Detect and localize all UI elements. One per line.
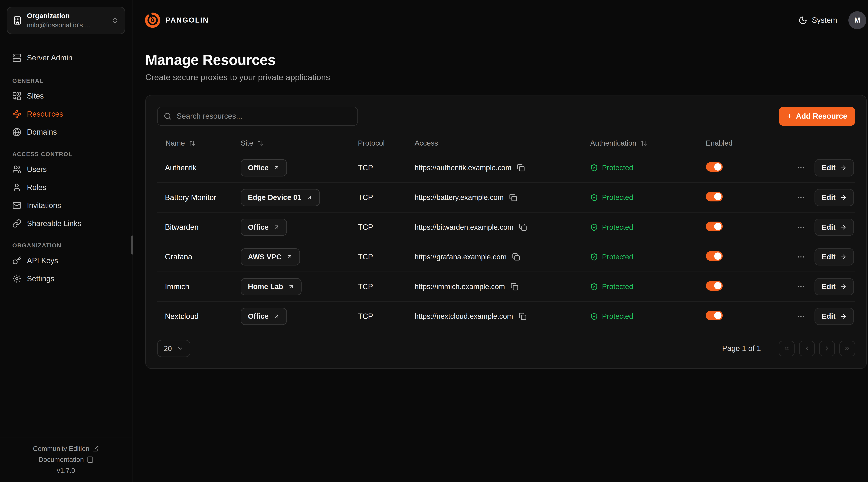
org-selector[interactable]: Organization milo@fossorial.io's ... bbox=[7, 7, 125, 34]
site-link-button[interactable]: AWS VPC bbox=[241, 248, 300, 265]
row-menu-button[interactable] bbox=[796, 311, 807, 322]
row-menu-button[interactable] bbox=[796, 162, 807, 173]
site-link-button[interactable]: Edge Device 01 bbox=[241, 189, 320, 206]
ellipsis-icon bbox=[797, 252, 806, 261]
sort-site-button[interactable] bbox=[257, 140, 264, 147]
sidebar-nav: Server Admin GENERAL Sites Resources Dom… bbox=[7, 43, 125, 288]
community-edition-link[interactable]: Community Edition bbox=[0, 443, 132, 454]
resources-icon bbox=[12, 110, 21, 119]
copy-icon bbox=[519, 313, 527, 320]
enabled-toggle[interactable] bbox=[706, 192, 723, 201]
sidebar-item-domains[interactable]: Domains bbox=[7, 123, 125, 141]
section-label-access-control: ACCESS CONTROL bbox=[12, 151, 120, 158]
shield-check-icon bbox=[590, 194, 598, 201]
copy-url-button[interactable] bbox=[517, 164, 525, 171]
sidebar-item-api-keys[interactable]: API Keys bbox=[7, 252, 125, 269]
search-input[interactable] bbox=[177, 112, 351, 120]
enabled-toggle[interactable] bbox=[706, 162, 723, 172]
plus-icon: + bbox=[787, 112, 792, 121]
authentication-status: Protected bbox=[602, 283, 633, 291]
arrow-up-right-icon bbox=[306, 194, 313, 201]
user-avatar[interactable]: M bbox=[848, 11, 866, 29]
toggle-knob bbox=[714, 282, 721, 289]
edit-button[interactable]: Edit bbox=[814, 278, 854, 295]
pangolin-logo-icon bbox=[145, 12, 160, 28]
row-menu-button[interactable] bbox=[796, 281, 807, 292]
site-link-button[interactable]: Office bbox=[241, 219, 287, 236]
user-icon bbox=[12, 183, 21, 192]
toggle-knob bbox=[714, 312, 721, 319]
sidebar-item-invitations[interactable]: Invitations bbox=[7, 196, 125, 215]
copy-url-button[interactable] bbox=[509, 194, 517, 201]
row-menu-button[interactable] bbox=[796, 192, 807, 203]
edit-button[interactable]: Edit bbox=[814, 308, 854, 325]
edit-label: Edit bbox=[822, 223, 836, 231]
sidebar-item-server-admin[interactable]: Server Admin bbox=[7, 49, 125, 67]
arrow-right-icon bbox=[840, 254, 847, 260]
column-label: Site bbox=[241, 139, 253, 147]
first-page-button[interactable] bbox=[779, 341, 795, 356]
protocol-value: TCP bbox=[358, 193, 414, 202]
add-resource-button[interactable]: + Add Resource bbox=[779, 107, 855, 126]
users-icon bbox=[12, 165, 21, 174]
sidebar-item-shareable-links[interactable]: Shareable Links bbox=[7, 215, 125, 232]
sidebar-item-roles[interactable]: Roles bbox=[7, 179, 125, 196]
copy-url-button[interactable] bbox=[510, 283, 518, 291]
next-page-button[interactable] bbox=[819, 341, 835, 356]
site-link-button[interactable]: Home Lab bbox=[241, 278, 302, 295]
sidebar-item-label: Domains bbox=[27, 128, 57, 136]
edit-label: Edit bbox=[822, 253, 836, 261]
ellipsis-icon bbox=[797, 223, 806, 232]
sidebar-item-label: API Keys bbox=[27, 256, 58, 265]
row-menu-button[interactable] bbox=[796, 222, 807, 233]
edit-button[interactable]: Edit bbox=[814, 159, 854, 176]
search-box bbox=[157, 107, 358, 126]
site-link-button[interactable]: Office bbox=[241, 159, 287, 176]
prev-page-button[interactable] bbox=[799, 341, 815, 356]
enabled-toggle[interactable] bbox=[706, 311, 723, 320]
sidebar-resize-handle[interactable] bbox=[131, 235, 133, 255]
ellipsis-icon bbox=[797, 312, 806, 321]
resources-card: + Add Resource Name Site Protocol Access bbox=[145, 95, 867, 369]
page-size-select[interactable]: 20 bbox=[157, 340, 190, 357]
enabled-toggle[interactable] bbox=[706, 281, 723, 291]
copy-url-button[interactable] bbox=[519, 313, 527, 320]
section-label-organization: ORGANIZATION bbox=[12, 242, 120, 249]
sidebar-item-settings[interactable]: Settings bbox=[7, 269, 125, 288]
resource-name: Bitwarden bbox=[157, 223, 241, 231]
protocol-value: TCP bbox=[358, 283, 414, 291]
chevron-down-icon bbox=[177, 345, 184, 352]
column-label: Authentication bbox=[590, 139, 637, 147]
site-label: Office bbox=[248, 223, 269, 231]
site-label: Edge Device 01 bbox=[248, 193, 301, 202]
site-label: Home Lab bbox=[248, 283, 283, 291]
theme-toggle-button[interactable]: System bbox=[798, 16, 837, 25]
sidebar-item-resources[interactable]: Resources bbox=[7, 105, 125, 123]
globe-icon bbox=[12, 128, 21, 137]
section-label-general: GENERAL bbox=[12, 77, 120, 84]
enabled-toggle[interactable] bbox=[706, 222, 723, 231]
enabled-toggle[interactable] bbox=[706, 251, 723, 261]
chevrons-up-down-icon bbox=[111, 17, 119, 24]
sort-name-button[interactable] bbox=[189, 140, 196, 147]
copy-url-button[interactable] bbox=[519, 223, 527, 231]
sort-authentication-button[interactable] bbox=[641, 140, 647, 147]
site-link-button[interactable]: Office bbox=[241, 308, 287, 325]
row-menu-button[interactable] bbox=[796, 251, 807, 263]
shield-check-icon bbox=[590, 164, 598, 171]
copy-url-button[interactable] bbox=[512, 253, 520, 261]
copy-icon bbox=[512, 253, 520, 261]
edit-button[interactable]: Edit bbox=[814, 189, 854, 206]
edit-label: Edit bbox=[822, 164, 836, 172]
documentation-link[interactable]: Documentation bbox=[0, 454, 132, 465]
sidebar-item-label: Resources bbox=[27, 109, 63, 119]
column-header-name: Name bbox=[157, 139, 241, 147]
last-page-button[interactable] bbox=[839, 341, 855, 356]
sidebar-item-sites[interactable]: Sites bbox=[7, 87, 125, 105]
authentication-status: Protected bbox=[602, 312, 633, 320]
ellipsis-icon bbox=[797, 193, 806, 202]
edit-button[interactable]: Edit bbox=[814, 248, 854, 265]
table-row: Immich Home Lab TCP https://immich.examp… bbox=[157, 271, 855, 301]
edit-button[interactable]: Edit bbox=[814, 219, 854, 236]
sidebar-item-users[interactable]: Users bbox=[7, 160, 125, 179]
